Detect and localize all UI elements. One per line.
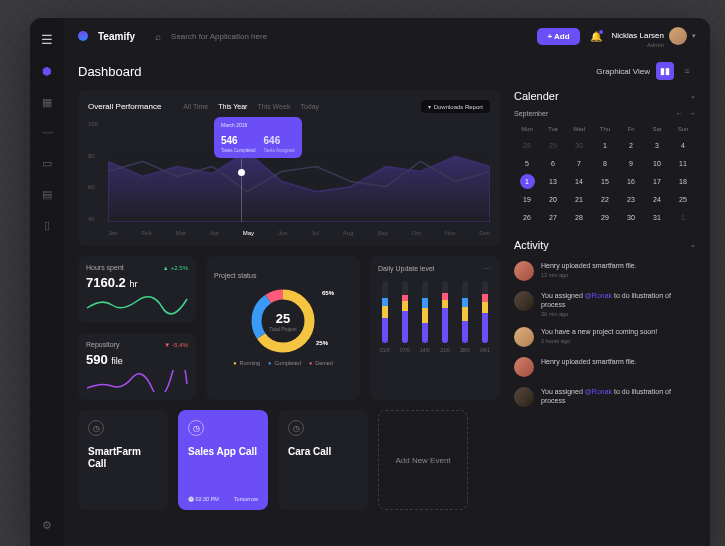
event-card[interactable]: ◷SmartFarm Call (78, 410, 168, 510)
calendar-day[interactable]: 4 (670, 138, 696, 153)
settings-icon[interactable]: ⚙ (42, 519, 52, 532)
calendar-day[interactable]: 11 (670, 156, 696, 171)
event-card[interactable]: ◷Sales App Call02:30 PMTomorrow (178, 410, 268, 510)
add-button[interactable]: + Add (537, 28, 579, 45)
daily-update-card: Daily Update level ⋯ 01/007/014/021/028/… (370, 256, 500, 400)
prev-month-icon[interactable]: ← (676, 110, 683, 117)
search-input[interactable] (171, 32, 311, 41)
repository-card: Repository ▼ -5.4% 590 file (78, 333, 196, 400)
calendar-day[interactable]: 8 (592, 156, 618, 171)
search-icon[interactable]: ⌕ (155, 31, 161, 42)
calendar-day[interactable]: 24 (644, 192, 670, 207)
calendar-day[interactable]: 30 (566, 138, 592, 153)
perf-tab[interactable]: This Year (218, 103, 247, 110)
calendar-day[interactable]: 20 (540, 192, 566, 207)
bookmark-icon[interactable]: ▯ (44, 219, 50, 232)
calendar-day[interactable]: 25 (670, 192, 696, 207)
calendar-day[interactable]: 28 (514, 138, 540, 153)
home-icon[interactable]: ⬢ (42, 65, 52, 78)
calendar-day[interactable]: 30 (618, 210, 644, 225)
chart-tooltip: March 2019 546Tasks Completed 646Tasks A… (214, 117, 302, 158)
activity-item: Henry uploaded smartfarm file. (514, 357, 696, 377)
chart-cursor-dot (238, 169, 245, 176)
calendar-day[interactable]: 15 (592, 174, 618, 189)
perf-tab[interactable]: This Week (257, 103, 290, 110)
clock-icon: ◷ (88, 420, 104, 436)
calendar-day[interactable]: 2 (618, 138, 644, 153)
perf-tab[interactable]: All Time (183, 103, 208, 110)
calendar-day[interactable]: 9 (618, 156, 644, 171)
logo-icon (78, 31, 88, 41)
more-icon[interactable]: ⋯ (483, 264, 492, 273)
menu-icon[interactable]: ☰ (41, 32, 53, 47)
chart-view-button[interactable]: ▮▮ (656, 62, 674, 80)
calendar-day[interactable]: 27 (540, 210, 566, 225)
user-role: Admin (612, 42, 664, 48)
page-title: Dashboard (78, 64, 142, 79)
app-window: ☰ ⬢ ▦ 〰 ▭ ▤ ▯ ⚙ Teamify ⌕ + Add 🔔 Nickla… (30, 18, 710, 546)
chevron-down-icon: ▾ (692, 32, 696, 40)
topbar: Teamify ⌕ + Add 🔔 Nicklas Larsen Admin ▾ (64, 18, 710, 54)
calendar-day[interactable]: 31 (644, 210, 670, 225)
calendar-day[interactable]: 10 (644, 156, 670, 171)
hours-card: Hours spent ▲ +2.5% 7160.2 hr (78, 256, 196, 323)
calendar-day[interactable]: 17 (644, 174, 670, 189)
next-month-icon[interactable]: → (689, 110, 696, 117)
clock-icon: ◷ (188, 420, 204, 436)
calendar-day[interactable]: 19 (514, 192, 540, 207)
brand-name: Teamify (98, 31, 135, 42)
calendar-day[interactable]: 5 (514, 156, 540, 171)
avatar (514, 357, 534, 377)
calendar-day[interactable]: 29 (540, 138, 566, 153)
folder-icon[interactable]: ▭ (42, 157, 52, 170)
performance-chart: 100806040 March 2019 546Tasks Completed … (88, 121, 490, 236)
avatar (514, 387, 534, 407)
activity-item: You have a new project coming soon!2 hou… (514, 327, 696, 347)
add-event-button[interactable]: Add New Event (378, 410, 468, 510)
download-report-button[interactable]: ▾Downloads Report (421, 100, 490, 113)
project-status-card: Project status 25 Total Project 65% 25% … (206, 256, 360, 400)
calendar-day[interactable]: 1 (592, 138, 618, 153)
perf-tab[interactable]: Today (300, 103, 319, 110)
activity-item: You assigned @Ronak to do illustration o… (514, 387, 696, 407)
calendar-day[interactable]: 7 (566, 156, 592, 171)
perf-title: Overall Performance (88, 102, 161, 111)
calendar-day[interactable]: 3 (644, 138, 670, 153)
user-menu[interactable]: Nicklas Larsen Admin ▾ (612, 24, 696, 48)
sidebar-rail: ☰ ⬢ ▦ 〰 ▭ ▤ ▯ ⚙ (30, 18, 64, 546)
activity-item: Henry uploaded smartfarm file.12 min ago (514, 261, 696, 281)
calendar-day[interactable]: 16 (618, 174, 644, 189)
calendar-day[interactable]: 26 (514, 210, 540, 225)
avatar (514, 291, 534, 311)
user-name: Nicklas Larsen (612, 31, 664, 40)
list-view-button[interactable]: ≡ (678, 62, 696, 80)
event-card[interactable]: ◷Cara Call (278, 410, 368, 510)
clock-icon: ◷ (288, 420, 304, 436)
bell-icon[interactable]: 🔔 (590, 31, 602, 42)
calendar-day[interactable]: 14 (566, 174, 592, 189)
doc-icon[interactable]: ▦ (42, 96, 52, 109)
calendar-day[interactable]: 29 (592, 210, 618, 225)
activity-title: Activity (514, 239, 549, 251)
avatar (514, 327, 534, 347)
calendar-day[interactable]: 18 (670, 174, 696, 189)
calendar-day[interactable]: 1 (520, 174, 535, 189)
calendar-day[interactable]: 1 (670, 210, 696, 225)
calendar-day[interactable]: 28 (566, 210, 592, 225)
calendar-title: Calender (514, 90, 559, 102)
chevron-down-icon[interactable]: ⌄ (690, 92, 696, 100)
performance-card: Overall Performance All TimeThis YearThi… (78, 90, 500, 246)
calendar-icon[interactable]: ▤ (42, 188, 52, 201)
title-bar: Dashboard Graphical View ▮▮ ≡ (64, 54, 710, 90)
calendar-day[interactable]: 22 (592, 192, 618, 207)
calendar-day[interactable]: 6 (540, 156, 566, 171)
up-arrow-icon: ▲ +2.5% (163, 265, 188, 271)
calendar-day[interactable]: 13 (540, 174, 566, 189)
pulse-icon[interactable]: 〰 (42, 127, 53, 139)
avatar (669, 27, 687, 45)
calendar-day[interactable]: 21 (566, 192, 592, 207)
view-label: Graphical View (596, 67, 650, 76)
activity-item: You assigned @Ronak to do illustration o… (514, 291, 696, 317)
calendar-day[interactable]: 23 (618, 192, 644, 207)
chevron-down-icon[interactable]: ⌄ (690, 241, 696, 249)
